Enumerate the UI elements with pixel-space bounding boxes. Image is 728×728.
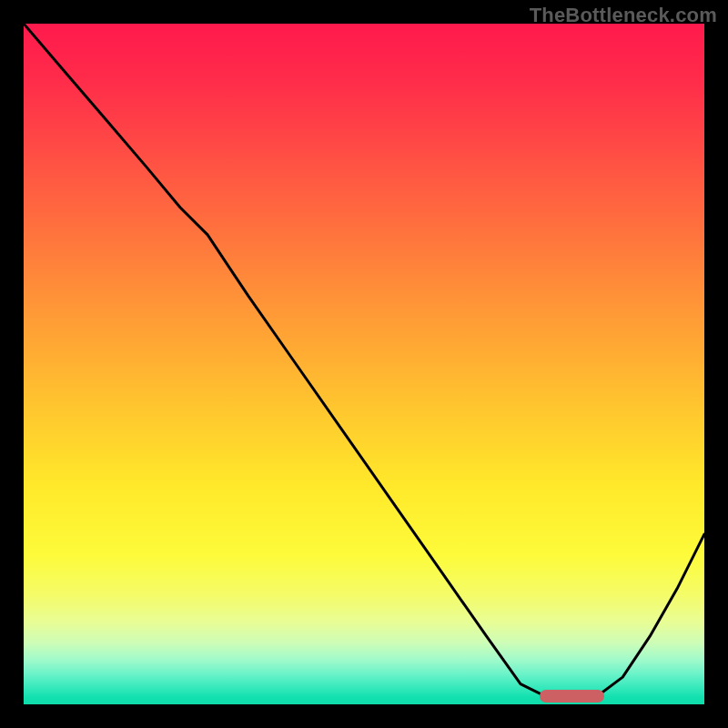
watermark-text: TheBottleneck.com: [530, 4, 717, 27]
chart-frame: TheBottleneck.com: [0, 0, 728, 728]
plot-area: [24, 24, 704, 704]
optimal-range-marker: [540, 690, 604, 702]
bottleneck-curve: [24, 24, 704, 704]
